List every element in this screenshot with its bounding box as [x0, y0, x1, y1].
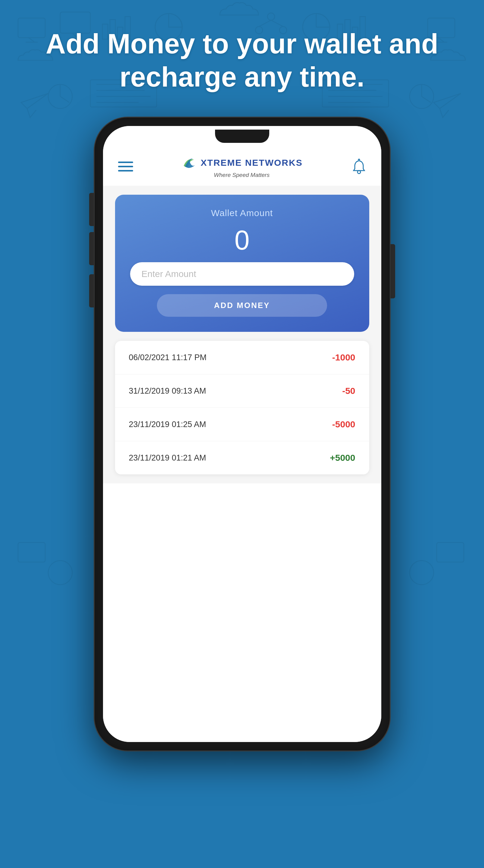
- notification-bell-icon[interactable]: [351, 158, 366, 175]
- add-money-button[interactable]: ADD MONEY: [157, 294, 327, 317]
- svg-point-50: [357, 170, 360, 174]
- logo-icon: [181, 154, 198, 171]
- phone-screen: XTREME NETWORKS Where Speed Matters Wall…: [103, 126, 381, 742]
- svg-point-42: [48, 561, 72, 585]
- enter-amount-input[interactable]: [130, 262, 354, 286]
- wallet-amount-value: 0: [234, 227, 249, 254]
- transaction-row: 23/11/2019 01:21 AM+5000: [115, 441, 369, 474]
- transaction-row: 31/12/2019 09:13 AM-50: [115, 374, 369, 408]
- logo-area: XTREME NETWORKS Where Speed Matters: [181, 154, 302, 179]
- svg-line-29: [422, 96, 431, 102]
- logo-brand: XTREME NETWORKS: [181, 154, 302, 171]
- logo-tagline: Where Speed Matters: [214, 172, 269, 179]
- svg-point-43: [410, 561, 434, 585]
- transactions-card: 06/02/2021 11:17 PM-100031/12/2019 09:13…: [115, 341, 369, 474]
- hero-text: Add Money to your wallet and recharge an…: [0, 27, 484, 94]
- notch-cutout: [215, 130, 269, 143]
- wallet-amount-label: Wallet Amount: [211, 208, 273, 218]
- wallet-card: Wallet Amount 0 ADD MONEY: [115, 195, 369, 332]
- transaction-date: 23/11/2019 01:21 AM: [129, 453, 206, 463]
- svg-line-22: [259, 20, 271, 27]
- transaction-date: 23/11/2019 01:25 AM: [129, 420, 206, 429]
- transaction-date: 06/02/2021 11:17 PM: [129, 353, 206, 362]
- hero-line1: Add Money to your wallet and: [46, 28, 438, 59]
- screen-bottom-whitespace: [103, 484, 381, 742]
- phone-outer: XTREME NETWORKS Where Speed Matters Wall…: [95, 118, 390, 750]
- svg-point-19: [267, 13, 275, 20]
- logo-title: XTREME NETWORKS: [201, 158, 302, 168]
- transaction-date: 31/12/2019 09:13 AM: [129, 386, 206, 396]
- svg-rect-40: [18, 542, 45, 562]
- hero-line2: recharge any time.: [120, 61, 364, 92]
- hamburger-menu-button[interactable]: [118, 161, 133, 172]
- transaction-amount: +5000: [330, 453, 355, 463]
- phone-mockup: XTREME NETWORKS Where Speed Matters Wall…: [95, 118, 390, 750]
- screen-notch: [103, 126, 381, 147]
- svg-rect-41: [437, 542, 464, 562]
- svg-line-26: [60, 96, 69, 102]
- transaction-amount: -50: [342, 386, 355, 396]
- app-header: XTREME NETWORKS Where Speed Matters: [103, 147, 381, 186]
- transaction-row: 06/02/2021 11:17 PM-1000: [115, 341, 369, 374]
- svg-line-23: [271, 20, 283, 27]
- transaction-row: 23/11/2019 01:25 AM-5000: [115, 408, 369, 441]
- transaction-amount: -5000: [332, 419, 355, 430]
- transaction-amount: -1000: [332, 352, 355, 363]
